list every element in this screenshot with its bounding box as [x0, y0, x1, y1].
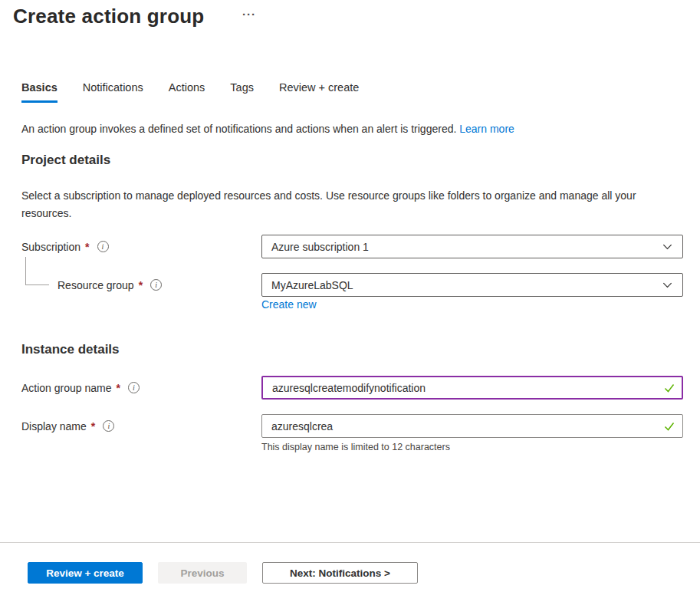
resource-group-dropdown-value: MyAzureLabSQL	[271, 279, 353, 291]
learn-more-link[interactable]: Learn more	[459, 123, 514, 135]
resource-group-label-text: Resource group	[58, 279, 134, 291]
checkmark-icon	[663, 382, 675, 394]
subscription-dropdown-value: Azure subscription 1	[271, 241, 369, 253]
tab-review-create[interactable]: Review + create	[279, 81, 359, 103]
footer-divider	[0, 542, 700, 543]
checkmark-icon	[663, 420, 675, 432]
subscription-label: Subscription * i	[21, 235, 261, 258]
info-icon[interactable]: i	[103, 420, 114, 432]
action-group-name-input[interactable]	[261, 376, 683, 400]
display-name-row: Display name * i	[21, 414, 684, 438]
info-icon[interactable]: i	[97, 241, 109, 252]
info-icon[interactable]: i	[150, 279, 162, 291]
chevron-down-icon	[662, 279, 673, 291]
required-asterisk: *	[85, 241, 89, 253]
next-notifications-button[interactable]: Next: Notifications >	[262, 562, 418, 584]
project-details-heading: Project details	[21, 153, 110, 168]
subscription-row: Subscription * i Azure subscription 1	[21, 235, 684, 258]
display-name-field	[261, 414, 683, 438]
action-group-name-label-text: Action group name	[21, 382, 112, 394]
required-asterisk: *	[139, 279, 143, 291]
required-asterisk: *	[91, 420, 95, 432]
footer-buttons: Review + create Previous Next: Notificat…	[28, 562, 418, 584]
tab-notifications[interactable]: Notifications	[83, 81, 143, 103]
subscription-dropdown[interactable]: Azure subscription 1	[261, 235, 683, 258]
project-details-description: Select a subscription to manage deployed…	[21, 187, 684, 222]
display-name-helper-text: This display name is limited to 12 chara…	[261, 442, 450, 452]
create-new-link[interactable]: Create new	[261, 298, 317, 311]
page-title: Create action group	[13, 5, 204, 28]
ellipsis-menu-icon[interactable]: ···	[242, 8, 256, 21]
wizard-tabs: Basics Notifications Actions Tags Review…	[21, 81, 359, 103]
resource-group-dropdown[interactable]: MyAzureLabSQL	[261, 273, 683, 297]
intro-sentence: An action group invokes a defined set of…	[21, 123, 456, 135]
tab-basics[interactable]: Basics	[21, 81, 58, 103]
required-asterisk: *	[117, 382, 120, 394]
action-group-name-label: Action group name * i	[21, 376, 261, 400]
display-name-label: Display name * i	[21, 414, 261, 438]
resource-group-label: Resource group * i	[21, 273, 261, 297]
subscription-label-text: Subscription	[21, 241, 81, 253]
display-name-label-text: Display name	[21, 420, 87, 432]
info-icon[interactable]: i	[128, 382, 140, 393]
action-group-name-field	[261, 376, 683, 400]
intro-text: An action group invokes a defined set of…	[21, 123, 514, 135]
instance-details-heading: Instance details	[21, 342, 120, 357]
chevron-down-icon	[662, 241, 673, 252]
action-group-name-row: Action group name * i	[21, 376, 684, 400]
previous-button[interactable]: Previous	[158, 562, 247, 584]
resource-group-row: Resource group * i MyAzureLabSQL	[21, 273, 684, 297]
tab-tags[interactable]: Tags	[230, 81, 254, 103]
tab-actions[interactable]: Actions	[169, 81, 205, 103]
display-name-input[interactable]	[261, 414, 683, 438]
review-create-button[interactable]: Review + create	[28, 562, 143, 584]
